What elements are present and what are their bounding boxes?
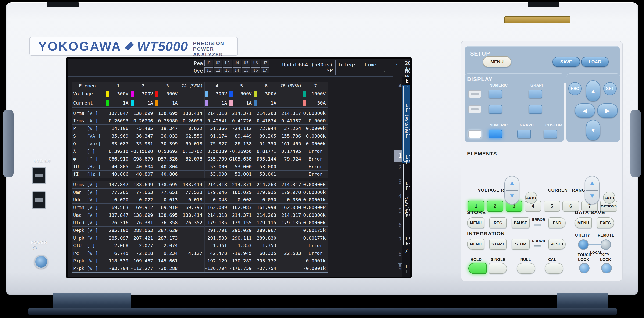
measure-value: 53.000 (254, 163, 279, 170)
element-group[interactable]: 7U71000VI730ALFFFAdvOFFSyncHrmI71 (402, 246, 410, 277)
current-range-label: CURRENT RANGE (548, 188, 588, 193)
measure-value: 0.17495 (279, 148, 304, 155)
measure-value: 8.622 (180, 125, 205, 132)
table-block-1: Urms[V ]137.847138.699138.695138.414214.… (72, 109, 328, 178)
measure-label: fI[Hz ] (72, 170, 106, 178)
measure-label: Uac[V ] (72, 211, 106, 219)
current-auto-button[interactable]: AUTO (603, 191, 615, 204)
measure-value: 138.695 (156, 181, 180, 188)
measure-value (279, 163, 304, 170)
nav-left-button[interactable]: ◀ (574, 103, 595, 118)
measure-value: 0.0000k (303, 125, 328, 132)
measure-value: -51.350 (254, 140, 279, 148)
integration-start-button[interactable]: START (489, 239, 506, 250)
element-block[interactable]: U4300VI41ALFFFAdv500HzSyncHrmI42 (402, 163, 410, 191)
measure-value: 60.335 (254, 249, 279, 257)
store-rec-button[interactable]: REC (489, 217, 506, 228)
store-pause-button[interactable]: PAUSE (512, 217, 530, 228)
utility-button[interactable] (578, 239, 588, 250)
nav-up-button[interactable]: ▲ (586, 80, 600, 102)
top-sticker (504, 16, 570, 23)
measure-value: 137.847 (106, 181, 131, 188)
element-block[interactable]: U2300VI21ALFFFAdv500HzSyncHrmI11 (402, 111, 410, 137)
measure-value: 161.998 (254, 204, 279, 211)
null-button[interactable] (517, 263, 535, 274)
measure-value: 214.318 (205, 181, 230, 188)
element-group[interactable]: ΣB(3V3A)U4300VI41ALFFFAdv500HzSyncHrmI42… (402, 162, 410, 246)
measure-label: Urmn[V ] (72, 204, 106, 211)
touch-lock-button[interactable] (579, 263, 590, 273)
usb-port-1[interactable] (32, 166, 46, 184)
element-block[interactable]: U6300VI61ALFFFAdv500HzSyncHrmI42 (402, 218, 410, 246)
integration-title: INTEGRATION (467, 231, 505, 237)
voltage-range-rocker[interactable]: ▲ ▼ (504, 176, 520, 204)
numeric-button-1[interactable] (488, 90, 502, 98)
esc-button[interactable]: ESC (568, 82, 582, 95)
element-key-5[interactable]: 5 (544, 201, 560, 212)
integration-menu-button[interactable]: MENU (467, 239, 484, 250)
remote-button[interactable] (600, 239, 611, 250)
load-button[interactable]: LOAD (581, 57, 609, 67)
numeric-button-lit[interactable] (488, 130, 502, 138)
numeric-button-2[interactable] (488, 105, 502, 114)
measure-value: 69.563 (106, 204, 131, 211)
store-end-button[interactable]: END (548, 217, 566, 228)
measure-value: -19.945 (230, 249, 254, 257)
element-group[interactable]: ΣA(3V3A)U1300VI11ALFFFAdv500HzSyncHrmI11… (402, 85, 410, 162)
store-menu-button[interactable]: MENU (467, 217, 484, 228)
measure-value: 0.26093 (106, 117, 131, 125)
measure-value: 162.083 (230, 204, 254, 211)
current-up-icon[interactable]: ▲ (585, 179, 599, 186)
data-save-menu-button[interactable]: MENU (574, 217, 592, 228)
measure-value: 40.807 (131, 170, 156, 178)
measure-value: 35.969 (106, 132, 131, 140)
setup-menu-button[interactable]: MENU (483, 56, 511, 67)
usb-port-2[interactable] (32, 191, 46, 209)
measure-label: P-pk[W ] (72, 265, 106, 273)
measure-value (279, 265, 304, 273)
measure-value: -176.759 (230, 265, 254, 273)
cal-button[interactable] (545, 263, 564, 274)
store-error-label: ERROR (532, 217, 546, 221)
tab-elements[interactable]: Elements (405, 77, 410, 85)
power-button[interactable] (34, 255, 48, 269)
element-block[interactable]: U1300VI11ALFFFAdv500HzSyncHrmI11 (402, 85, 410, 111)
current-down-icon[interactable]: ▼ (585, 192, 599, 199)
graph-button-1[interactable] (528, 90, 542, 98)
element-color-chip (106, 100, 109, 106)
key-lock-button[interactable] (601, 263, 612, 273)
measure-value: 0.81771 (254, 148, 279, 155)
integration-reset-button[interactable]: RESET (548, 239, 566, 250)
element-key-2[interactable]: 2 (487, 201, 503, 212)
graph-button-2[interactable] (528, 105, 542, 114)
voltage-down-icon[interactable]: ▼ (505, 192, 519, 199)
measure-value: 77.265 (106, 188, 131, 196)
custom-button[interactable] (544, 130, 557, 138)
table-block-2: Urms[V ]137.847138.699138.695138.414214.… (72, 180, 328, 273)
element-block[interactable]: U3300VI31ALFFFAdv500HzSyncHrmI11 (402, 137, 410, 162)
graph-button-3[interactable] (517, 130, 531, 138)
measure-label: Pc[W ] (72, 249, 106, 257)
measure-value: 0.00000k (303, 211, 328, 219)
single-button[interactable] (489, 263, 507, 274)
element-block[interactable]: U5300VI51ALFFFAdv500HzSyncHrmI42 (402, 191, 410, 218)
nav-down-button[interactable]: ▼ (586, 120, 600, 141)
measure-value: 214.371 (230, 181, 254, 188)
element-block[interactable]: U71000VI730ALFFFAdvOFFSyncHrmI71 (402, 246, 410, 277)
nav-right-button[interactable]: ▶ (597, 103, 618, 118)
model-subtitle: PRECISION POWER ANALYZER (193, 41, 238, 57)
voltage-auto-button[interactable]: AUTO (525, 191, 537, 204)
measure-value (180, 265, 205, 273)
integration-stop-button[interactable]: STOP (512, 239, 530, 250)
data-save-exec-button[interactable]: EXEC (597, 217, 614, 228)
measure-value: 69.912 (131, 204, 156, 211)
line-filter-label: LF (406, 103, 410, 108)
measure-value: 72.944 (254, 125, 279, 132)
measure-value: 180.029 (230, 188, 254, 196)
measure-value (180, 170, 205, 178)
voltage-up-icon[interactable]: ▲ (505, 179, 519, 186)
set-button[interactable]: SET (603, 82, 617, 95)
hold-button[interactable] (468, 263, 486, 274)
save-button[interactable]: SAVE (552, 57, 580, 67)
current-range-rocker[interactable]: ▲ ▼ (585, 176, 600, 204)
